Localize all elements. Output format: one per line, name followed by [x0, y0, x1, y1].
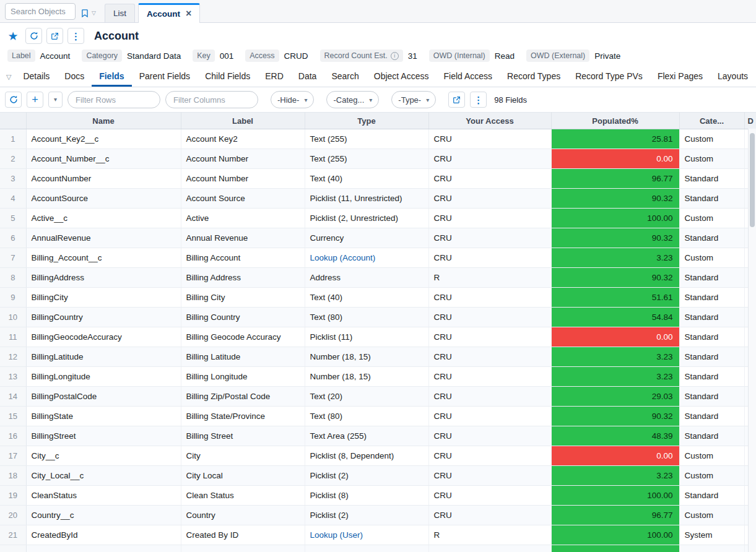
field-type-cell: Picklist (11, Unrestricted)	[305, 189, 428, 209]
table-row[interactable]: 13BillingLongitudeBilling LongitudeNumbe…	[0, 367, 756, 387]
field-label-cell: Clean Status	[181, 486, 305, 506]
scrollbar-thumb[interactable]	[750, 133, 755, 227]
populated-percent-cell: 3.23	[551, 466, 679, 486]
table-row[interactable]: 15BillingStateBilling State/ProvinceText…	[0, 407, 756, 426]
tab-record-type-pvs[interactable]: Record Type PVs	[568, 67, 650, 87]
refresh-button[interactable]	[25, 28, 42, 44]
table-row[interactable]: 2Account_Number__cAccount NumberText (25…	[0, 149, 756, 169]
field-name-cell: BillingCity	[26, 288, 181, 308]
field-name-cell: Account_Number__c	[26, 149, 181, 169]
tab-flexi-pages[interactable]: Flexi Pages	[650, 67, 710, 87]
table-row[interactable]: 9BillingCityBilling CityText (40)CRU51.6…	[0, 288, 756, 308]
table-row[interactable]: 4AccountSourceAccount SourcePicklist (11…	[0, 189, 756, 209]
add-button[interactable]: +	[27, 92, 43, 108]
table-row[interactable]: 3AccountNumberAccount NumberText (40)CRU…	[0, 169, 756, 189]
field-type-cell[interactable]: Lookup (User)	[305, 525, 428, 545]
column-header-name[interactable]: Name	[26, 113, 181, 129]
filter-caret-icon[interactable]: ▽	[2, 73, 15, 87]
meta-label-text: Category	[86, 51, 118, 60]
type-select[interactable]: -Type- ▾	[391, 91, 436, 108]
tab-data[interactable]: Data	[291, 67, 324, 87]
meta-label: Access	[245, 50, 279, 62]
column-header-type[interactable]: Type	[305, 113, 428, 129]
table-row[interactable]: 7Billing_Account__cBilling AccountLookup…	[0, 248, 756, 268]
column-header-pop[interactable]: Populated%	[551, 113, 679, 129]
column-header-d[interactable]: D	[744, 113, 756, 129]
tab-search[interactable]: Search	[324, 67, 366, 87]
meta-value: 001	[220, 51, 234, 61]
table-more-menu-icon[interactable]: ⋮	[470, 92, 487, 108]
table-row[interactable]: 1Account_Key2__cAccount Key2Text (255)CR…	[0, 129, 756, 149]
fields-table: NameLabelTypeYour AccessPopulated%Cate..…	[0, 112, 756, 552]
field-name-cell: AccountNumber	[26, 169, 181, 189]
field-category-cell: System	[679, 525, 744, 545]
table-row[interactable]: 16BillingStreetBilling StreetText Area (…	[0, 426, 756, 446]
favorite-star-icon[interactable]: ★	[5, 29, 21, 43]
table-row[interactable]: 10BillingCountryBilling CountryText (80)…	[0, 308, 756, 327]
table-row[interactable]: 5Active__cActivePicklist (2, Unrestricte…	[0, 209, 756, 228]
field-label-cell: Billing Geocode Accuracy	[181, 327, 305, 347]
tab-account[interactable]: Account ×	[138, 3, 200, 23]
column-header-cat[interactable]: Cate...	[679, 113, 744, 129]
add-options-caret-button[interactable]: ▾	[48, 92, 63, 108]
tab-docs[interactable]: Docs	[57, 67, 92, 87]
open-table-external-button[interactable]	[448, 92, 465, 108]
more-menu-icon[interactable]: ⋮	[67, 28, 84, 44]
filter-rows-input[interactable]	[67, 91, 160, 108]
open-external-button[interactable]	[46, 28, 63, 44]
select-value: -Type-	[398, 95, 421, 105]
table-row[interactable]: 19CleanStatusClean StatusPicklist (8)CRU…	[0, 486, 756, 506]
table-row[interactable]: 14BillingPostalCodeBilling Zip/Postal Co…	[0, 387, 756, 407]
field-type-cell: Picklist (2, Unrestricted)	[305, 209, 428, 228]
info-icon[interactable]: i	[391, 52, 399, 60]
close-tab-icon[interactable]: ×	[186, 9, 191, 19]
tab-erd[interactable]: ERD	[258, 67, 291, 87]
table-row[interactable]: 6AnnualRevenueAnnual RevenueCurrencyCRU9…	[0, 228, 756, 248]
vertical-scrollbar[interactable]	[748, 129, 756, 552]
field-access-cell: CRU	[428, 149, 551, 169]
field-access-cell: CRU	[428, 248, 551, 268]
row-number: 10	[0, 308, 26, 327]
row-number: 2	[0, 149, 26, 169]
hide-select[interactable]: -Hide- ▾	[271, 91, 314, 108]
tab-object-access[interactable]: Object Access	[367, 67, 437, 87]
tab-field-access[interactable]: Field Access	[436, 67, 500, 87]
table-row[interactable]: 11BillingGeocodeAccuracyBilling Geocode …	[0, 327, 756, 347]
table-row[interactable]: 17City__cCityPicklist (8, Dependent)CRU0…	[0, 446, 756, 466]
field-type-cell: Text (80)	[305, 407, 428, 426]
field-category-cell: Standard	[679, 347, 744, 367]
table-header-row: NameLabelTypeYour AccessPopulated%Cate..…	[0, 113, 756, 129]
table-row[interactable]: 20Country__cCountryPicklist (2)CRU96.77C…	[0, 506, 756, 525]
table-row[interactable]: 12BillingLatitudeBilling LatitudeNumber …	[0, 347, 756, 367]
tab-parent-fields[interactable]: Parent Fields	[132, 67, 198, 87]
tab-fields[interactable]: Fields	[92, 67, 131, 87]
field-access-cell: CRU	[428, 466, 551, 486]
row-number: 3	[0, 169, 26, 189]
top-tab-bar: ▽ List Account ×	[0, 0, 756, 23]
column-header-access[interactable]: Your Access	[428, 113, 551, 129]
tab-details[interactable]: Details	[15, 67, 57, 87]
column-header-label[interactable]: Label	[181, 113, 305, 129]
table-row[interactable]: 18City_Local__cCity LocalPicklist (2)CRU…	[0, 466, 756, 486]
category-select[interactable]: -Categ... ▾	[326, 91, 379, 108]
tab-record-types[interactable]: Record Types	[500, 67, 568, 87]
refresh-fields-button[interactable]	[5, 92, 22, 108]
table-row[interactable]: 8BillingAddressBilling AddressAddressR90…	[0, 268, 756, 288]
tab-label: List	[113, 9, 126, 18]
search-objects-input[interactable]	[5, 3, 76, 20]
field-category-cell: Standard	[679, 486, 744, 506]
table-row[interactable]: 22CreatedDateCreated DateDate/TimeR100.0…	[0, 545, 756, 552]
tab-child-fields[interactable]: Child Fields	[198, 67, 258, 87]
table-row[interactable]: 21CreatedByIdCreated By IDLookup (User)R…	[0, 525, 756, 545]
tab-layouts[interactable]: Layouts	[710, 67, 755, 87]
chevron-down-icon: ▾	[369, 97, 372, 103]
chevron-down-icon[interactable]: ▽	[92, 10, 96, 16]
tab-list[interactable]: List	[105, 4, 135, 22]
field-label-cell: City	[181, 446, 305, 466]
field-label-cell: Account Key2	[181, 129, 305, 149]
filter-columns-input[interactable]	[165, 91, 258, 108]
field-type-cell[interactable]: Lookup (Account)	[305, 248, 428, 268]
bookmark-icon[interactable]	[80, 9, 89, 18]
table-body: 1Account_Key2__cAccount Key2Text (255)CR…	[0, 129, 756, 552]
populated-percent-cell: 0.00	[551, 327, 679, 347]
